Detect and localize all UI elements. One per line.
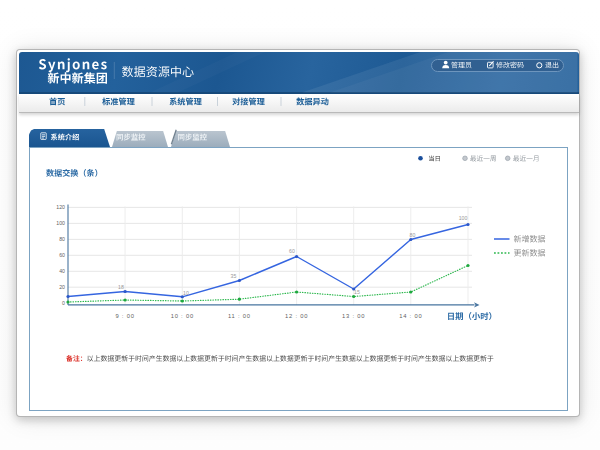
svg-text:10 : 00: 10 : 00 [171,313,194,319]
svg-text:0: 0 [62,300,65,306]
svg-text:100: 100 [56,220,65,226]
svg-text:60: 60 [289,248,295,254]
svg-text:100: 100 [459,215,468,221]
svg-text:120: 120 [56,204,65,210]
svg-text:15: 15 [354,289,360,295]
svg-text:80: 80 [410,232,416,238]
svg-text:11 : 00: 11 : 00 [228,313,251,319]
svg-text:18: 18 [118,284,124,290]
svg-text:60: 60 [59,252,65,258]
svg-text:13 : 00: 13 : 00 [342,313,365,319]
svg-text:80: 80 [59,236,65,242]
svg-text:20: 20 [59,284,65,290]
svg-text:35: 35 [231,273,237,279]
svg-text:14 : 00: 14 : 00 [399,313,422,319]
svg-text:10: 10 [183,290,189,296]
svg-text:9 : 00: 9 : 00 [115,313,134,319]
svg-text:12 : 00: 12 : 00 [285,313,308,319]
svg-text:40: 40 [59,268,65,274]
